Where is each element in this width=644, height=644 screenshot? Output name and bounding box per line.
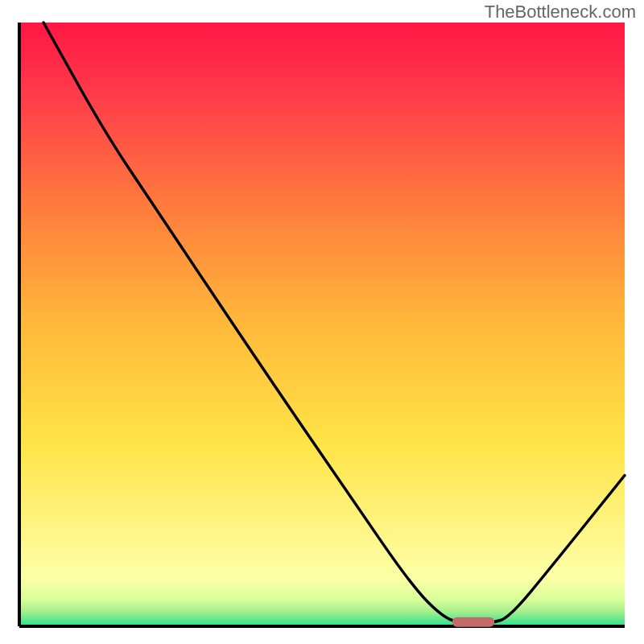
watermark-text: TheBottleneck.com [485, 2, 636, 23]
optimal-range-marker [452, 617, 495, 627]
chart-container: TheBottleneck.com [0, 0, 644, 644]
bottleneck-chart [0, 0, 644, 644]
chart-background-gradient [19, 23, 625, 626]
